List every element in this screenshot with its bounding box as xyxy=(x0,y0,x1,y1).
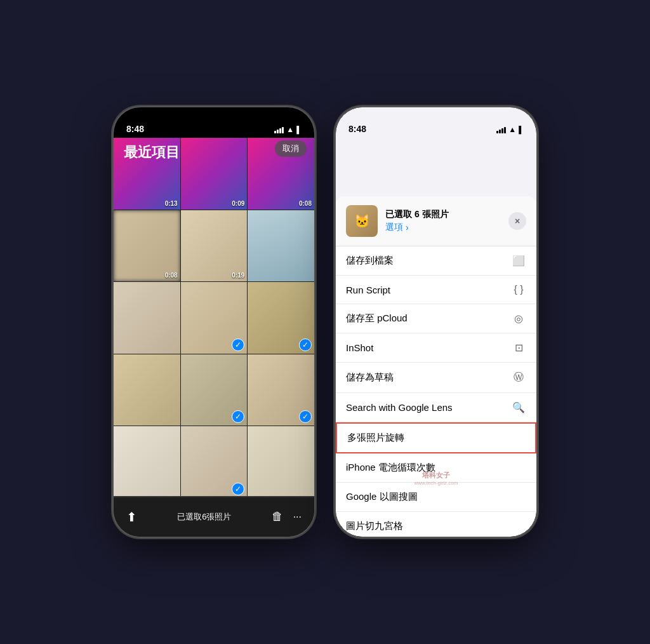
menu-label-battery: iPhone 電池循環次數 xyxy=(346,462,435,474)
share-options-button[interactable]: 選項 › xyxy=(385,222,409,233)
inshot-icon: ⊡ xyxy=(511,342,526,354)
time-display-2: 8:48 xyxy=(348,124,366,134)
menu-item-inshot[interactable]: InShot ⊡ xyxy=(336,333,536,363)
photo-cell-15[interactable] xyxy=(248,426,314,498)
menu-label-inshot: InShot xyxy=(346,342,373,353)
menu-label-google-image: Google 以圖搜圖 xyxy=(346,491,418,503)
share-icon[interactable]: ⬆ xyxy=(126,509,137,525)
menu-label-draft: 儲存為草稿 xyxy=(346,372,394,384)
status-icons: ▲ ▌ xyxy=(274,125,302,134)
video-duration-5: 0:19 xyxy=(232,272,244,279)
menu-item-run-script[interactable]: Run Script { } xyxy=(336,276,536,304)
photo-cell-14[interactable]: ✓ xyxy=(181,426,248,498)
photo-cell-5[interactable]: 0:19 xyxy=(181,210,248,282)
video-duration-1: 0:13 xyxy=(165,200,178,207)
share-header-info: 已選取 6 張照片 選項 › xyxy=(385,209,501,233)
menu-label-pcloud: 儲存至 pCloud xyxy=(346,312,408,325)
status-bar-right: 8:48 ▲ ▌ xyxy=(336,107,536,138)
dynamic-island xyxy=(185,114,242,130)
chevron-right-icon: › xyxy=(406,222,409,232)
signal-icon-2 xyxy=(496,126,506,133)
video-duration-2: 0:09 xyxy=(232,200,244,207)
signal-icon xyxy=(274,126,284,133)
wordpress-icon: Ⓦ xyxy=(511,371,526,384)
photo-grid: 0:13 0:09 0:08 0:08 0:19 xyxy=(114,138,314,499)
menu-item-battery[interactable]: iPhone 電池循環次數 xyxy=(336,453,536,483)
trash-icon[interactable]: 🗑 xyxy=(272,510,283,523)
iphone-share: 8:48 ▲ ▌ 🐱 xyxy=(335,106,538,538)
menu-item-grid[interactable]: 圖片切九宮格 xyxy=(336,512,536,536)
check-8: ✓ xyxy=(232,339,244,351)
iphone-photos: 8:48 ▲ ▌ 取消 最近項目 xyxy=(112,106,315,538)
share-close-button[interactable]: × xyxy=(508,212,526,230)
status-icons-2: ▲ ▌ xyxy=(496,125,524,134)
photo-cell-4[interactable]: 0:08 xyxy=(114,210,180,282)
folder-icon: ⬜ xyxy=(511,255,526,267)
photos-bottom-bar: ⬆ 已選取6張照片 🗑 ··· xyxy=(114,496,314,537)
photo-cell-6[interactable] xyxy=(248,210,314,282)
battery-icon-2: ▌ xyxy=(519,126,524,133)
wifi-icon-2: ▲ xyxy=(508,125,516,134)
photos-screen: 8:48 ▲ ▌ 取消 最近項目 xyxy=(114,107,314,537)
photo-cell-13[interactable] xyxy=(114,426,180,498)
menu-item-pcloud[interactable]: 儲存至 pCloud ◎ xyxy=(336,304,536,333)
share-screen: 8:48 ▲ ▌ 🐱 xyxy=(336,107,536,537)
bottom-action-icons: 🗑 ··· xyxy=(272,510,302,523)
time-display: 8:48 xyxy=(126,124,144,134)
search-icon: 🔍 xyxy=(511,401,526,413)
menu-item-google-lens[interactable]: Search with Google Lens 🔍 xyxy=(336,393,536,422)
check-9: ✓ xyxy=(299,339,312,351)
photo-cell-12[interactable]: ✓ xyxy=(248,354,314,426)
video-duration-3: 0:08 xyxy=(299,200,312,207)
menu-item-draft[interactable]: 儲存為草稿 Ⓦ xyxy=(336,363,536,393)
selected-count-label: 已選取6張照片 xyxy=(177,511,231,523)
menu-list: 儲存到檔案 ⬜ Run Script { } 儲存至 pCloud ◎ InSh… xyxy=(336,246,536,536)
menu-item-rotate[interactable]: 多張照片旋轉 xyxy=(336,422,536,453)
share-thumbnail: 🐱 xyxy=(346,205,378,237)
share-count-label: 已選取 6 張照片 xyxy=(385,209,501,220)
photo-cell-8[interactable]: ✓ xyxy=(181,282,248,354)
video-duration-4: 0:08 xyxy=(165,272,178,279)
menu-label-google-lens: Search with Google Lens xyxy=(346,402,453,413)
menu-label-run-script: Run Script xyxy=(346,285,390,295)
menu-label-rotate: 多張照片旋轉 xyxy=(347,432,404,444)
share-sheet-header: 🐱 已選取 6 張照片 選項 › × xyxy=(336,196,536,246)
photo-cell-7[interactable] xyxy=(114,282,180,354)
wifi-icon: ▲ xyxy=(286,125,294,134)
menu-label-save-files: 儲存到檔案 xyxy=(346,255,394,267)
code-icon: { } xyxy=(511,284,526,295)
cancel-button[interactable]: 取消 xyxy=(275,140,307,157)
menu-item-save-files[interactable]: 儲存到檔案 ⬜ xyxy=(336,246,536,276)
menu-label-grid: 圖片切九宮格 xyxy=(346,520,403,532)
menu-item-google-image[interactable]: Google 以圖搜圖 xyxy=(336,483,536,512)
photo-cell-10[interactable] xyxy=(114,354,180,426)
battery-icon: ▌ xyxy=(296,126,302,133)
photo-cell-11[interactable]: ✓ xyxy=(181,354,248,426)
share-sheet: 🐱 已選取 6 張照片 選項 › × 儲存到檔案 xyxy=(336,196,536,537)
pcloud-icon: ◎ xyxy=(511,312,526,325)
more-icon[interactable]: ··· xyxy=(293,511,302,523)
photo-cell-9[interactable]: ✓ xyxy=(248,282,314,354)
